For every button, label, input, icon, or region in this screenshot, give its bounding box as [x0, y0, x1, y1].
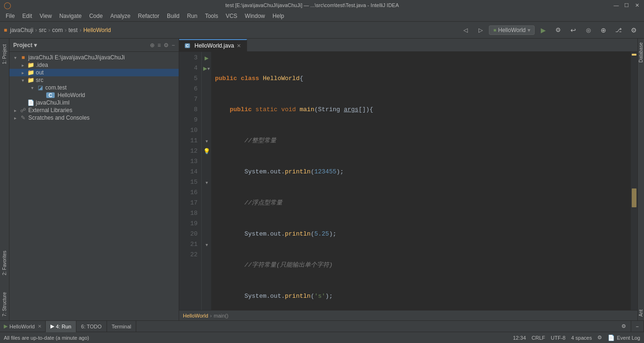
warning-icon-12[interactable]: 💡	[203, 148, 210, 155]
run-button[interactable]: ▶	[537, 24, 550, 37]
menu-item-build[interactable]: Build	[163, 12, 183, 20]
fold-arrow-21[interactable]: ▾	[206, 242, 208, 247]
statusbar-indent[interactable]: 4 spaces	[571, 335, 592, 341]
gutter-12: 💡	[202, 146, 211, 156]
run-arrow-3[interactable]: ▶	[205, 55, 208, 61]
menu-item-window[interactable]: Window	[241, 12, 269, 20]
sidebar-tab-structure[interactable]: 7: Structure	[1, 288, 8, 320]
tree-item-idea[interactable]: ▸ 📁 .idea	[9, 61, 179, 69]
breadcrumb-class[interactable]: HelloWorld	[183, 313, 208, 318]
statusbar-charset[interactable]: UTF-8	[551, 335, 565, 341]
menu-item-run[interactable]: Run	[183, 12, 201, 20]
maximize-button[interactable]: ☐	[623, 2, 630, 8]
menu-item-tools[interactable]: Tools	[201, 12, 222, 20]
minimize-panel-icon[interactable]: −	[172, 42, 175, 49]
menu-item-file[interactable]: File	[2, 12, 18, 20]
code-line-5: //整型常量	[215, 136, 627, 146]
event-log[interactable]: 📄 Event Log	[608, 335, 640, 341]
run-label: HelloWorld	[9, 324, 35, 329]
fold-arrow-11[interactable]: ▾	[206, 139, 208, 144]
editor-scrollbar[interactable]	[631, 52, 637, 310]
menu-item-vcs[interactable]: VCS	[222, 12, 241, 20]
back-button[interactable]: ◁	[459, 24, 472, 37]
code-line-9: //字符常量(只能输出单个字符)	[215, 260, 627, 270]
bottom-close-button[interactable]: −	[631, 321, 644, 332]
project-folder-icon: ■	[19, 54, 27, 61]
menu-item-refactor[interactable]: Refactor	[134, 12, 163, 20]
breadcrumb-item-1[interactable]: javaChuji	[10, 27, 33, 33]
line-num-16: 16	[179, 188, 198, 198]
editor-tab-helloworld[interactable]: C HelloWorld.java ✕	[179, 39, 247, 51]
line-num-10: 10	[179, 125, 198, 136]
project-icon: ■	[4, 27, 7, 33]
settings-icon-statusbar[interactable]: ⚙	[597, 335, 602, 341]
run-tab-label: 4: Run	[56, 324, 71, 329]
menu-item-navigate[interactable]: Navigate	[56, 12, 85, 20]
tree-item-iml[interactable]: 📄 javaChuJi.iml	[9, 99, 179, 106]
breadcrumb-item-5[interactable]: HelloWorld	[83, 27, 111, 33]
profile-button[interactable]: ⊕	[597, 24, 610, 37]
project-panel-header: Project ▾ ⊕ ≡ ⚙ −	[9, 39, 179, 52]
git-button[interactable]: ⎇	[612, 24, 625, 37]
statusbar-crlf[interactable]: CRLF	[532, 335, 545, 341]
tree-item-root[interactable]: ▾ ■ javaChuJi E:\java\javaChuJi\javaChuJ…	[9, 54, 179, 61]
right-tab-ant[interactable]: Ant	[637, 306, 644, 320]
title-text: test [E:\java\javaChuJi\javaChuJi] — ...…	[11, 2, 613, 8]
line-num-20: 20	[179, 229, 198, 239]
tree-item-helloworld[interactable]: C HelloWorld	[9, 91, 179, 99]
breadcrumb-item-4[interactable]: test	[68, 27, 77, 33]
line-num-5: 5	[179, 74, 198, 84]
close-button[interactable]: ✕	[634, 2, 640, 8]
run-panel-label: ▶ HelloWorld ✕	[0, 321, 46, 332]
code-line-4: public static void main(String args[]){	[215, 105, 627, 115]
sidebar-tab-favorites[interactable]: 2: Favorites	[1, 247, 8, 279]
run-config-selector[interactable]: ■ HelloWorld ▾	[489, 25, 535, 35]
breadcrumb-method[interactable]: main()	[214, 313, 228, 318]
bottom-tab-run[interactable]: ▶ 4: Run	[46, 321, 76, 332]
sidebar-tab-project[interactable]: 1: Project	[1, 41, 8, 68]
breadcrumb-item-3[interactable]: com	[52, 27, 63, 33]
gutter-16	[202, 188, 211, 198]
fold-arrow-15[interactable]: ▾	[206, 180, 208, 185]
editor-breadcrumb-bar: HelloWorld › main()	[179, 310, 637, 320]
bottom-tab-terminal[interactable]: Terminal	[107, 321, 137, 332]
scroll-thumb[interactable]	[632, 188, 636, 207]
tree-label-idea: .idea	[36, 62, 48, 68]
collapse-icon[interactable]: ≡	[157, 42, 161, 49]
bottom-settings-button[interactable]: ⚙	[617, 321, 631, 332]
expand-arrow-src: ▾	[19, 78, 26, 83]
tab-close-helloworld[interactable]: ✕	[237, 43, 241, 49]
run-close-icon[interactable]: ✕	[38, 324, 41, 329]
menu-item-code[interactable]: Code	[85, 12, 107, 20]
run-arrow-4[interactable]: ▶	[203, 65, 207, 72]
settings-button[interactable]: ⚙	[627, 24, 640, 37]
gutter-20	[202, 229, 211, 239]
breadcrumb-item-2[interactable]: src	[39, 27, 47, 33]
forward-button[interactable]: ▷	[474, 24, 487, 37]
tree-item-out[interactable]: ▸ 📁 out	[9, 69, 179, 76]
gutter-22	[202, 250, 211, 260]
coverage-button[interactable]: ◎	[582, 24, 595, 37]
menu-item-edit[interactable]: Edit	[18, 12, 36, 20]
locate-icon[interactable]: ⊕	[150, 42, 155, 49]
iml-file-icon: 📄	[26, 99, 35, 106]
menu-item-help[interactable]: Help	[269, 12, 288, 20]
code-content[interactable]: public class HelloWorld{ public static v…	[211, 52, 631, 310]
fold-arrow-4[interactable]: ▾	[207, 66, 210, 71]
bottom-tab-todo[interactable]: 6: TODO	[76, 321, 107, 332]
right-tab-database[interactable]: Database	[637, 39, 644, 66]
tree-item-src[interactable]: ▾ 📁 src	[9, 76, 179, 84]
minimize-button[interactable]: —	[613, 2, 619, 8]
statusbar-message: All files are up-to-date (a minute ago)	[4, 335, 89, 341]
tree-item-comtest[interactable]: ▾ ◪ com.test	[9, 84, 179, 91]
error-marker-top	[632, 54, 636, 56]
menu-item-analyze[interactable]: Analyze	[107, 12, 134, 20]
tree-item-extlibs[interactable]: ▸ ☍ External Libraries	[9, 106, 179, 114]
step-over-button[interactable]: ↩	[567, 24, 580, 37]
terminal-tab-label: Terminal	[112, 324, 132, 329]
statusbar-position[interactable]: 12:34	[513, 335, 526, 341]
menu-item-view[interactable]: View	[36, 12, 56, 20]
tree-item-scratches[interactable]: ▸ ✎ Scratches and Consoles	[9, 114, 179, 122]
build-button[interactable]: ⚙	[552, 24, 565, 37]
settings-icon[interactable]: ⚙	[164, 42, 169, 49]
